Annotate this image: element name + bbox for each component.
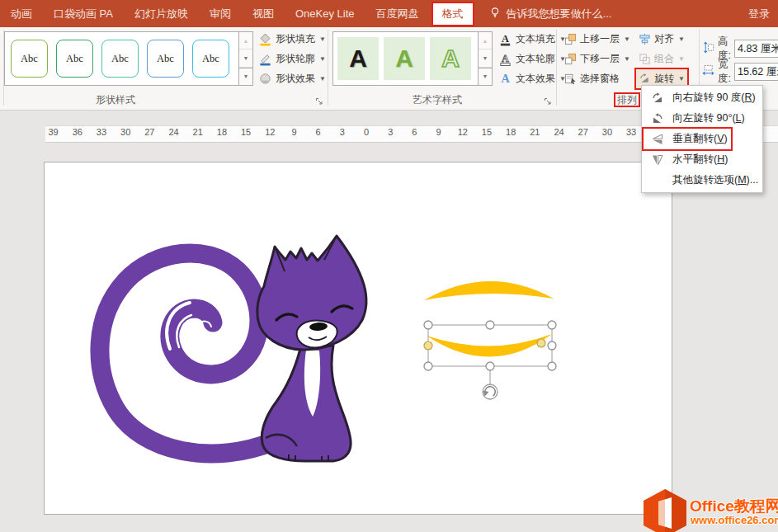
text-outline-label: 文本轮廓 xyxy=(516,52,555,66)
text-effects-button[interactable]: A文本效果▼ xyxy=(496,69,568,88)
menu-item-label: 其他旋转选项(M)... xyxy=(672,173,758,187)
ruler-number: 6 xyxy=(403,127,427,140)
shape-outline-icon xyxy=(258,52,272,66)
shape-style-buttons: 形状填充▼形状轮廓▼形状效果▼ xyxy=(256,30,328,88)
align-icon xyxy=(639,33,651,45)
menu-item-more-rotation-options[interactable]: 其他旋转选项(M)... xyxy=(642,170,762,191)
menu-item-rotate-left[interactable]: 向左旋转 90°(L) xyxy=(642,108,762,129)
ruler-number: 12 xyxy=(450,127,474,140)
dropdown-arrow-icon: ▼ xyxy=(678,35,685,43)
wordart-dialog-launcher-icon[interactable] xyxy=(544,94,554,104)
shape-style-thumb-3[interactable]: Abc xyxy=(101,40,139,78)
menu-item-flip-horizontal[interactable]: 水平翻转(H) xyxy=(642,149,762,170)
send-backward-button[interactable]: 下移一层▼ xyxy=(562,49,633,68)
dropdown-arrow-icon: ▼ xyxy=(624,35,630,43)
height-icon xyxy=(702,41,714,56)
gallery-scroll-down-icon[interactable]: ▼ xyxy=(239,49,252,67)
gallery-scroll-up-icon[interactable]: ▲ xyxy=(239,32,252,49)
rotate-right-icon xyxy=(648,92,667,105)
rotation-handle-icon[interactable] xyxy=(483,384,497,399)
text-fill-icon: A xyxy=(498,32,512,46)
ruler-number: 12 xyxy=(258,127,282,140)
tab-list: 动画口袋动画 PA幻灯片放映审阅视图OneKey Lite百度网盘格式 xyxy=(0,0,476,27)
gallery-scroll-up-icon[interactable]: ▲ xyxy=(479,32,492,49)
shape-style-thumb-1[interactable]: Abc xyxy=(11,40,48,78)
purple-cat-image[interactable] xyxy=(100,236,366,461)
ruler-number: 3 xyxy=(379,127,403,140)
shape-styles-group-label: 形状样式 xyxy=(96,93,135,107)
rotate-label: 旋转 xyxy=(654,72,674,86)
shape-styles-dialog-launcher-icon[interactable] xyxy=(315,94,325,104)
shape-style-thumb-2[interactable]: Abc xyxy=(56,40,93,78)
gallery-more-icon[interactable]: ▼ xyxy=(479,68,492,85)
text-outline-button[interactable]: A文本轮廓▼ xyxy=(496,49,568,68)
ruler-number: 3 xyxy=(330,127,354,140)
arrange-group-label: 排列 xyxy=(615,93,639,107)
ruler-number: 24 xyxy=(547,127,571,140)
selection-pane-icon xyxy=(564,73,577,85)
shape-outline-label: 形状轮廓 xyxy=(276,52,315,66)
ruler-number: 39 xyxy=(41,127,65,140)
width-label: 宽度: xyxy=(718,58,731,86)
gallery-more-icon[interactable]: ▼ xyxy=(239,68,252,85)
text-outline-icon: A xyxy=(498,52,512,66)
shape-style-thumb-4[interactable]: Abc xyxy=(147,40,184,78)
arrange-buttons-right: 对齐▼组合▼旋转▼ xyxy=(636,30,687,88)
shape-fill-button[interactable]: 形状填充▼ xyxy=(256,30,328,49)
flip-horizontal-icon xyxy=(648,153,667,167)
tab-baidu-netdisk[interactable]: 百度网盘 xyxy=(365,0,430,27)
svg-text:A: A xyxy=(502,53,509,64)
text-fill-button[interactable]: A文本填充▼ xyxy=(496,30,568,49)
tab-animation[interactable]: 动画 xyxy=(0,0,43,27)
text-effects-label: 文本效果 xyxy=(516,72,555,86)
height-input[interactable] xyxy=(734,40,778,58)
tab-slideshow[interactable]: 幻灯片放映 xyxy=(124,0,199,27)
dropdown-arrow-icon: ▼ xyxy=(678,75,685,82)
shape-effects-icon xyxy=(258,72,272,86)
watermark-logo: Office教程网 www.office26.com xyxy=(635,488,778,532)
shape-style-thumb-5[interactable]: Abc xyxy=(192,40,229,78)
shape-styles-thumbs: AbcAbcAbcAbcAbc xyxy=(5,32,238,85)
shape-fill-label: 形状填充 xyxy=(276,32,315,46)
tab-format[interactable]: 格式 xyxy=(431,2,474,26)
tab-review[interactable]: 审阅 xyxy=(199,0,242,27)
ruler-number: 9 xyxy=(427,127,450,140)
wordart-group-label: 艺术字样式 xyxy=(413,93,462,107)
watermark-url: www.office26.com xyxy=(691,514,778,526)
svg-text:A: A xyxy=(502,33,509,45)
group-button[interactable]: 组合▼ xyxy=(636,49,687,68)
tab-onekey-lite[interactable]: OneKey Lite xyxy=(285,0,365,27)
lightbulb-icon xyxy=(489,7,501,21)
tab-view[interactable]: 视图 xyxy=(242,0,285,27)
menu-item-label: 水平翻转(H) xyxy=(672,153,728,167)
shape-outline-button[interactable]: 形状轮廓▼ xyxy=(256,49,328,68)
wordart-thumb-1[interactable]: A xyxy=(337,37,379,80)
selection-pane-button[interactable]: 选择窗格 xyxy=(562,69,633,88)
bring-forward-button[interactable]: 上移一层▼ xyxy=(562,30,633,49)
bring-forward-icon xyxy=(564,33,577,45)
slide-canvas[interactable] xyxy=(44,162,672,515)
bring-forward-label: 上移一层 xyxy=(580,32,620,46)
rotate-left-icon xyxy=(648,112,667,125)
ruler-number: 36 xyxy=(65,127,89,140)
wordart-thumb-2[interactable]: A xyxy=(384,37,425,80)
align-button[interactable]: 对齐▼ xyxy=(636,30,687,49)
wordart-thumb-3[interactable]: A xyxy=(430,37,471,80)
menu-item-flip-vertical[interactable]: 垂直翻转(V) xyxy=(642,129,762,149)
sign-in-button[interactable]: 登录 xyxy=(748,7,770,21)
selection-box[interactable] xyxy=(424,321,556,399)
group-separator xyxy=(328,30,328,106)
arc-shape-bottom-selected[interactable] xyxy=(427,334,552,357)
group-separator xyxy=(556,30,557,106)
menu-item-rotate-right[interactable]: 向右旋转 90 度(R) xyxy=(642,87,762,108)
width-input[interactable] xyxy=(734,63,778,81)
ruler-number: 6 xyxy=(306,127,330,140)
group-icon xyxy=(639,53,651,65)
shape-effects-button[interactable]: 形状效果▼ xyxy=(256,69,328,88)
text-effects-icon: A xyxy=(498,72,512,86)
tab-pocket-animation[interactable]: 口袋动画 PA xyxy=(43,0,124,27)
tell-me-box[interactable]: 告诉我您想要做什么... xyxy=(489,7,612,21)
tell-me-label: 告诉我您想要做什么... xyxy=(507,7,612,21)
gallery-scroll-down-icon[interactable]: ▼ xyxy=(479,49,492,67)
arc-shape-top[interactable] xyxy=(424,281,554,300)
